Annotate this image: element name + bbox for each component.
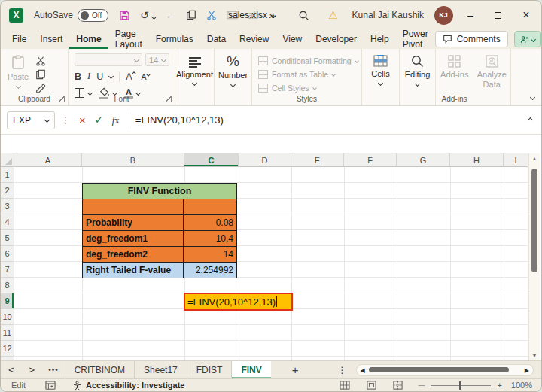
undo-dropdown-icon[interactable]: [151, 14, 157, 20]
scroll-right-icon[interactable]: ▶: [525, 367, 529, 374]
column-header-c[interactable]: C: [184, 153, 239, 167]
row-header-10[interactable]: 10: [1, 309, 14, 325]
deg-freedom1-value-cell[interactable]: 10.4: [184, 231, 237, 247]
zoom-in-button[interactable]: +: [497, 381, 501, 390]
addins-button[interactable]: Add-ins: [436, 49, 473, 96]
sheet-tab-fdist[interactable]: FDIST: [187, 361, 233, 379]
scroll-left-icon[interactable]: ◀: [361, 367, 365, 374]
row-header-9[interactable]: 9: [1, 293, 14, 309]
maximize-button[interactable]: [484, 1, 511, 29]
vertical-scrollbar[interactable]: ▲ ▼: [528, 153, 540, 360]
comments-button[interactable]: Comments: [435, 31, 508, 47]
cut-button[interactable]: [206, 10, 217, 20]
avatar[interactable]: KJ: [430, 1, 457, 29]
tab-review[interactable]: Review: [233, 29, 276, 49]
page-break-view-button[interactable]: [393, 381, 403, 390]
font-dialog-launcher-icon[interactable]: [166, 96, 172, 102]
sheet-list-button[interactable]: •••: [42, 366, 65, 374]
decrease-font-button[interactable]: A: [142, 71, 150, 82]
font-size-combo[interactable]: 14: [145, 53, 169, 66]
sheet-tab-sheet17[interactable]: Sheet17: [135, 361, 187, 379]
underline-button[interactable]: U: [96, 71, 103, 82]
new-sheet-button[interactable]: +: [292, 363, 299, 376]
close-button[interactable]: ×: [511, 1, 541, 29]
zoom-slider-thumb[interactable]: [459, 381, 461, 390]
deg-freedom2-value-cell[interactable]: 14: [184, 247, 237, 263]
tab-view[interactable]: View: [276, 29, 309, 49]
tab-home[interactable]: Home: [69, 29, 108, 49]
name-box[interactable]: EXP: [7, 111, 55, 129]
probability-value-cell[interactable]: 0.08: [184, 215, 237, 231]
conditional-formatting-button[interactable]: Conditional Formatting: [258, 54, 358, 68]
column-header-g[interactable]: G: [397, 153, 450, 167]
tab-page-layout[interactable]: Page Layout: [108, 29, 149, 49]
minimize-button[interactable]: –: [457, 1, 484, 29]
column-header-f[interactable]: F: [344, 153, 397, 167]
row-header-6[interactable]: 6: [1, 246, 14, 262]
bold-button[interactable]: B: [75, 71, 81, 82]
formula-input[interactable]: =FINV(20,10^12,13): [136, 114, 224, 126]
accessibility-status[interactable]: Accessibility: Investigate: [72, 381, 184, 390]
zoom-slider[interactable]: [431, 385, 491, 386]
insert-function-button[interactable]: fx: [112, 114, 120, 126]
editing-button[interactable]: Editing: [400, 49, 435, 96]
search-button[interactable]: [288, 1, 321, 29]
enter-entry-button[interactable]: ✓: [95, 114, 103, 126]
column-header-a[interactable]: A: [14, 153, 82, 167]
spreadsheet-grid[interactable]: A B C D E F G H I 1 2 3 4 5 6 7 8 9 10 1…: [1, 153, 528, 360]
redo-button[interactable]: ←: [166, 10, 176, 20]
column-header-e[interactable]: E: [291, 153, 344, 167]
tab-data[interactable]: Data: [200, 29, 233, 49]
column-header-d[interactable]: D: [239, 153, 291, 167]
user-name[interactable]: Kunal Jai Kaushik: [346, 1, 430, 29]
row-header-12[interactable]: 12: [1, 341, 14, 357]
row-header-7[interactable]: 7: [1, 262, 14, 278]
collapse-ribbon-icon[interactable]: [530, 95, 535, 100]
share-button[interactable]: [514, 31, 541, 47]
select-all-corner[interactable]: [1, 153, 14, 167]
next-sheet-button[interactable]: >: [22, 364, 43, 375]
underline-dropdown-icon[interactable]: [108, 74, 114, 79]
tab-help[interactable]: Help: [364, 29, 396, 49]
result-value-cell[interactable]: 2.254992: [184, 263, 237, 278]
paste-button[interactable]: Paste: [1, 49, 35, 96]
row-header-4[interactable]: 4: [1, 214, 14, 230]
italic-button[interactable]: I: [87, 71, 90, 82]
analyze-data-button[interactable]: AnalyzeData: [473, 49, 511, 96]
row-header-1[interactable]: 1: [1, 167, 14, 183]
autosave-toggle[interactable]: Off: [78, 9, 108, 22]
tab-power-pivot[interactable]: Power Pivot: [396, 29, 435, 49]
tab-file[interactable]: File: [5, 29, 33, 49]
copy-ribbon-button[interactable]: [35, 69, 46, 80]
row-header-3[interactable]: 3: [1, 199, 14, 214]
probability-label-cell[interactable]: Probability: [83, 215, 184, 231]
deg-freedom2-label-cell[interactable]: deg_freedom2: [83, 247, 184, 263]
column-header-b[interactable]: B: [82, 153, 184, 167]
autosave-control[interactable]: AutoSave Off: [34, 9, 108, 22]
previous-sheet-button[interactable]: <: [1, 364, 22, 375]
undo-button[interactable]: ↺: [140, 10, 156, 20]
document-title[interactable]: sales.xlsx: [228, 1, 276, 29]
sheet-tab-finv[interactable]: FINV: [232, 361, 270, 379]
excel-logo-icon[interactable]: X: [9, 8, 23, 23]
tab-developer[interactable]: Developer: [309, 29, 364, 49]
table-title-cell[interactable]: FINV Function: [83, 184, 237, 199]
zoom-out-button[interactable]: —: [418, 381, 425, 389]
clipboard-dialog-launcher-icon[interactable]: [59, 96, 65, 102]
column-header-h[interactable]: H: [450, 153, 504, 167]
alignment-button[interactable]: Alignment: [175, 49, 214, 96]
normal-view-button[interactable]: [340, 381, 350, 390]
cell-styles-button[interactable]: Cell Styles: [258, 81, 358, 95]
horizontal-scrollbar-thumb[interactable]: [369, 367, 509, 372]
warning-icon[interactable]: ⚠: [321, 1, 346, 29]
increase-font-button[interactable]: A: [126, 71, 135, 82]
zoom-level[interactable]: 100%: [511, 381, 532, 390]
number-button[interactable]: % Number: [215, 49, 251, 96]
tabbar-menu-button[interactable]: ⋮: [338, 365, 347, 375]
vertical-scrollbar-thumb[interactable]: [531, 169, 537, 272]
blank-label-cell[interactable]: [83, 199, 184, 215]
cells-button[interactable]: Cells: [362, 49, 399, 96]
tab-formulas[interactable]: Formulas: [149, 29, 200, 49]
save-icon[interactable]: [119, 10, 130, 21]
blank-value-cell[interactable]: [184, 199, 237, 215]
